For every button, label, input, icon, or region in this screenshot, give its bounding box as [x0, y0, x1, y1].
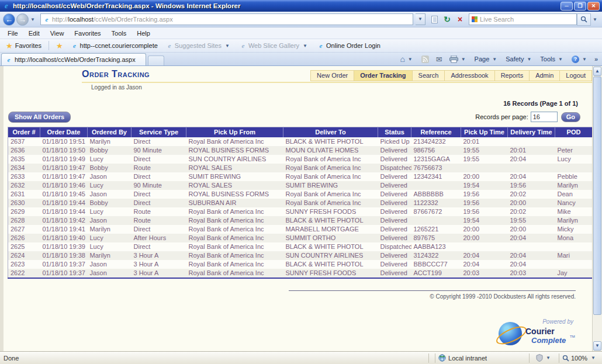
nav-order-tracking[interactable]: Order Tracking — [354, 71, 411, 81]
table-cell: 2637 — [8, 137, 40, 146]
column-header[interactable]: Ordered By — [88, 127, 132, 137]
favorite-link-label: Suggested Sites — [175, 42, 222, 49]
nav-new-order[interactable]: New Order — [311, 71, 354, 81]
orders-table: Order #Order DateOrdered ByService TypeP… — [8, 127, 592, 279]
minimize-button[interactable]: ─ — [561, 2, 573, 11]
nav-admin[interactable]: Admin — [529, 71, 559, 81]
nav-addressbook[interactable]: Addressbook — [444, 71, 494, 81]
scroll-down-button[interactable]: ▼ — [593, 341, 601, 351]
table-cell: 20:00 — [508, 199, 555, 207]
table-cell: Route — [132, 216, 186, 225]
refresh-button[interactable]: ↻ — [441, 13, 454, 26]
table-cell — [461, 164, 508, 172]
column-header[interactable]: Order Date — [40, 127, 88, 137]
vertical-scrollbar[interactable]: ▲ ▼ — [592, 66, 602, 351]
favorite-link-online-order-login[interactable]: e Online Order Login — [314, 41, 384, 50]
scroll-up-button[interactable]: ▲ — [593, 67, 601, 76]
search-go-button[interactable] — [577, 13, 591, 26]
column-header[interactable]: Pick Up Time — [461, 127, 508, 137]
chevron-down-icon: ▼ — [544, 355, 552, 360]
favorite-link-suggested-sites[interactable]: e Suggested Sites ▼ — [162, 41, 235, 50]
table-cell — [555, 242, 593, 251]
column-header[interactable]: Deliver To — [283, 127, 378, 137]
ie-favicon: e — [317, 42, 324, 49]
address-bar[interactable]: e http://localhost/ccWeb/OrderTracking.a… — [40, 13, 413, 25]
print-button[interactable]: ▼ — [447, 54, 470, 64]
home-button[interactable]: ⌂▼ — [397, 54, 417, 64]
favorite-link-ccnet[interactable]: e http--ccnet.couriercomplete — [68, 41, 161, 50]
table-cell — [411, 181, 461, 190]
table-cell: Delivered — [378, 260, 411, 269]
menu-favorites[interactable]: Favorites — [69, 29, 106, 38]
records-per-page-input[interactable] — [531, 112, 558, 122]
menu-bar: File Edit View Favorites Tools Help — [0, 27, 602, 39]
window-title: http://localhost/ccWeb/OrderTracking.asp… — [13, 2, 561, 9]
zoom-level: 100% — [571, 355, 587, 362]
tools-menu-button[interactable]: Tools▼ — [537, 54, 568, 64]
stop-button[interactable]: × — [454, 13, 466, 26]
table-cell: BLACK & WHITE PHOTOL — [283, 242, 378, 251]
toolbar-overflow-chevron[interactable]: » — [593, 56, 600, 63]
table-cell: ROYAL BUSINESS FORMS — [186, 146, 283, 155]
close-button[interactable]: ✕ — [587, 2, 600, 11]
recent-pages-dropdown-icon[interactable]: ▼ — [29, 17, 37, 22]
table-row: 263001/18/10 19:44BobbyDirectSUBURBAN AI… — [8, 199, 593, 207]
table-cell: Delivered — [378, 190, 411, 199]
safety-menu-button[interactable]: Safety▼ — [503, 54, 536, 64]
menu-view[interactable]: View — [45, 29, 70, 38]
stop-icon: × — [458, 15, 462, 24]
favorites-button[interactable]: ★ Favorites — [2, 40, 45, 51]
column-header[interactable]: Pick Up From — [186, 127, 283, 137]
nav-logout[interactable]: Logout — [559, 71, 591, 81]
search-input[interactable] — [480, 16, 574, 23]
column-header[interactable]: Service Type — [132, 127, 186, 137]
menu-tools[interactable]: Tools — [106, 29, 132, 38]
feeds-button[interactable] — [418, 54, 432, 64]
favorite-link-web-slice-gallery[interactable]: e Web Slice Gallery ▼ — [236, 41, 313, 50]
address-dropdown-button[interactable]: ▼ — [416, 13, 425, 25]
table-cell: Marilyn — [88, 225, 132, 234]
table-cell: Delivered — [378, 216, 411, 225]
favorite-link-label: Online Order Login — [326, 42, 380, 49]
add-favorite-star-icon: ★ — [56, 41, 63, 50]
compatibility-view-button[interactable] — [428, 13, 441, 26]
read-mail-button[interactable]: ✉ — [433, 54, 445, 65]
table-cell: 1265221 — [411, 225, 461, 234]
menu-edit[interactable]: Edit — [23, 29, 45, 38]
safety-menu-label: Safety — [506, 56, 524, 63]
tab-order-tracking[interactable]: e http://localhost/ccWeb/OrderTracking.a… — [1, 53, 146, 65]
back-button[interactable]: ← — [3, 13, 15, 26]
column-header[interactable]: Status — [378, 127, 411, 137]
menu-help[interactable]: Help — [132, 29, 155, 38]
table-row: 263701/18/10 19:51MarilynDirectRoyal Ban… — [8, 137, 593, 146]
column-header[interactable]: Reference — [411, 127, 461, 137]
column-header[interactable]: Delivery Time — [508, 127, 555, 137]
table-cell: Nancy — [555, 199, 593, 207]
table-row: 262701/18/10 19:41MarilynDirectRoyal Ban… — [8, 225, 593, 234]
nav-search[interactable]: Search — [412, 71, 445, 81]
maximize-button[interactable]: ❐ — [574, 2, 586, 11]
search-options-dropdown-icon[interactable]: ▼ — [591, 17, 599, 22]
nav-reports[interactable]: Reports — [494, 71, 530, 81]
table-cell: Delivered — [378, 199, 411, 207]
table-cell: Direct — [132, 225, 186, 234]
logged-in-status: Logged in as Jason — [91, 84, 142, 91]
page-menu-button[interactable]: Page▼ — [472, 54, 502, 64]
forward-button[interactable]: → — [16, 13, 29, 26]
table-cell: 76756673 — [411, 164, 461, 172]
search-box[interactable] — [469, 13, 577, 25]
table-cell: 01/18/10 19:37 — [40, 269, 88, 278]
protected-mode-button[interactable]: ▼ — [532, 354, 556, 362]
menu-file[interactable]: File — [2, 29, 23, 38]
help-menu-button[interactable]: ?▼ — [569, 54, 591, 64]
column-header[interactable]: Order # — [8, 127, 40, 137]
new-tab-button[interactable] — [148, 56, 164, 65]
table-cell: 20:00 — [461, 172, 508, 181]
column-header[interactable]: POD — [555, 127, 593, 137]
table-row: 263601/18/10 19:50Bobby90 MinuteROYAL BU… — [8, 146, 593, 155]
scrollbar-thumb[interactable] — [593, 77, 601, 315]
add-favorite-button[interactable]: ★ — [53, 40, 67, 51]
show-all-orders-button[interactable]: Show All Orders — [8, 112, 71, 123]
go-button[interactable]: Go — [561, 112, 580, 122]
zoom-control[interactable]: 100% ▼ — [562, 355, 602, 362]
